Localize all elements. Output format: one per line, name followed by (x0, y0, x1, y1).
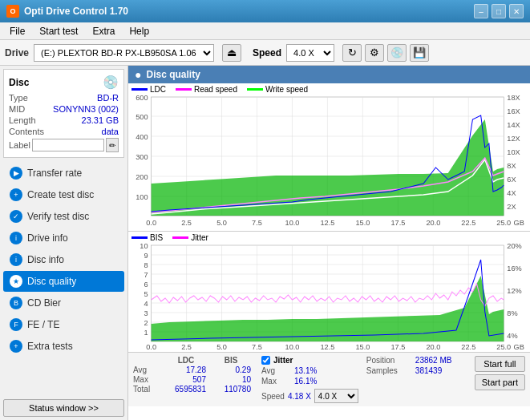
svg-text:12.5: 12.5 (321, 219, 335, 226)
ldc-header: LDC (166, 356, 206, 365)
svg-text:600: 600 (136, 95, 148, 102)
disc-length-row: Length 23.31 GB (9, 115, 119, 125)
ldc-legend: LDC (131, 85, 166, 94)
menu-bar: File Start test Extra Help (0, 22, 530, 40)
nav-cd-bier[interactable]: B CD Bier (3, 293, 124, 313)
speed-row-select[interactable]: 4.0 X (314, 389, 358, 403)
nav-items: ▶ Transfer rate + Create test disc ✓ Ver… (0, 161, 127, 358)
svg-text:0.0: 0.0 (146, 219, 156, 226)
ldc-col-header (133, 356, 161, 365)
svg-text:16%: 16% (507, 265, 521, 273)
nav-create-test-disc-label: Create test disc (27, 189, 94, 200)
disc-label-input[interactable] (32, 139, 104, 151)
start-full-button[interactable]: Start full (475, 356, 525, 372)
svg-text:500: 500 (136, 113, 148, 121)
jitter-avg-row: Avg 13.1% (261, 366, 358, 375)
position-val: 23862 MB (415, 356, 452, 365)
disc-label-edit-button[interactable]: ✏ (106, 138, 119, 152)
settings-button[interactable]: ⚙ (365, 44, 384, 62)
eject-button[interactable]: ⏏ (222, 44, 241, 62)
svg-text:200: 200 (136, 173, 148, 181)
svg-text:5.0: 5.0 (216, 343, 227, 350)
disc-mid-label: MID (9, 104, 25, 114)
svg-text:16X: 16X (507, 107, 520, 115)
fe-te-icon: F (10, 318, 22, 331)
close-button[interactable]: ✕ (509, 4, 524, 18)
jitter-max-val: 16.1% (294, 377, 317, 386)
refresh-button[interactable]: ↻ (342, 44, 362, 62)
disc-info-icon: i (10, 253, 22, 266)
title-bar: O Opti Drive Control 1.70 – □ ✕ (0, 0, 530, 22)
jitter-avg-label: Avg (261, 366, 289, 375)
svg-text:14X: 14X (507, 121, 520, 129)
samples-label: Samples (366, 366, 411, 375)
svg-text:300: 300 (136, 153, 148, 161)
main-content: ● Disc quality LDC Read speed (128, 66, 530, 420)
drive-select[interactable]: (E:) PLEXTOR BD-R PX-LB950SA 1.06 (34, 44, 214, 62)
title-bar-controls: – □ ✕ (474, 4, 524, 18)
position-stats: Position 23862 MB Samples 381439 (366, 356, 455, 375)
svg-text:10: 10 (140, 244, 148, 250)
svg-text:22.5: 22.5 (461, 343, 475, 350)
nav-cd-bier-label: CD Bier (27, 297, 61, 309)
svg-text:8: 8 (144, 261, 148, 269)
nav-drive-info[interactable]: i Drive info (3, 228, 124, 248)
minimize-button[interactable]: – (474, 4, 488, 18)
stats-bar: LDC BIS Avg 17.28 0.29 Max 507 10 Tota (128, 352, 530, 406)
maximize-button[interactable]: □ (492, 4, 506, 18)
position-row: Position 23862 MB (366, 356, 455, 365)
disc-mid-value: SONYNN3 (002) (53, 104, 119, 114)
bis-header: BIS (211, 356, 251, 365)
nav-fe-te[interactable]: F FE / TE (3, 314, 124, 335)
drive-label: Drive (5, 47, 29, 59)
svg-text:25.0: 25.0 (496, 219, 511, 226)
nav-disc-info[interactable]: i Disc info (3, 249, 124, 270)
bottom-chart-container: BIS Jitter (128, 232, 530, 352)
nav-verify-test-disc[interactable]: ✓ Verify test disc (3, 206, 124, 227)
svg-text:20.0: 20.0 (426, 219, 440, 226)
disc-contents-value: data (102, 127, 119, 136)
ldc-label: LDC (150, 85, 166, 94)
svg-text:2.5: 2.5 (181, 219, 192, 226)
drive-info-icon: i (10, 232, 22, 244)
nav-disc-quality[interactable]: ★ Disc quality (3, 271, 124, 292)
jitter-checkbox[interactable] (261, 356, 270, 365)
menu-help[interactable]: Help (123, 24, 156, 38)
ldc-total: 6595831 (166, 385, 206, 394)
jitter-label: Jitter (191, 233, 208, 242)
menu-extra[interactable]: Extra (86, 24, 121, 38)
bottom-chart-legend: BIS Jitter (128, 232, 530, 244)
speed-row: Speed 4.18 X 4.0 X (261, 389, 358, 403)
menu-file[interactable]: File (3, 24, 31, 38)
stats-header: LDC BIS (133, 356, 253, 365)
nav-extra-tests[interactable]: + Extra tests (3, 336, 124, 357)
nav-verify-test-disc-label: Verify test disc (27, 211, 89, 222)
svg-text:4: 4 (144, 300, 148, 308)
bis-color (131, 236, 148, 239)
nav-fe-te-label: FE / TE (27, 319, 59, 330)
read-speed-label: Read speed (194, 85, 237, 94)
nav-create-test-disc[interactable]: + Create test disc (3, 184, 124, 205)
speed-select[interactable]: 4.0 X (286, 44, 334, 62)
disc-button[interactable]: 💿 (387, 44, 407, 62)
svg-text:400: 400 (136, 133, 148, 141)
total-row: Total 6595831 110780 (133, 385, 253, 394)
jitter-avg-val: 13.1% (294, 366, 317, 375)
save-button[interactable]: 💾 (410, 44, 429, 62)
bis-avg: 0.29 (211, 365, 251, 374)
disc-type-value: BD-R (97, 93, 119, 103)
nav-drive-info-label: Drive info (27, 232, 68, 244)
bis-max: 10 (211, 375, 251, 384)
disc-length-value: 23.31 GB (82, 115, 119, 125)
write-speed-legend: Write speed (247, 85, 308, 94)
status-window-button[interactable]: Status window >> (3, 399, 124, 417)
svg-text:12.5: 12.5 (321, 343, 335, 350)
ldc-avg: 17.28 (166, 365, 206, 374)
nav-transfer-rate[interactable]: ▶ Transfer rate (3, 163, 124, 184)
menu-start-test[interactable]: Start test (33, 24, 84, 38)
svg-text:GB: GB (514, 219, 524, 226)
ldc-bis-stats: LDC BIS Avg 17.28 0.29 Max 507 10 Tota (133, 356, 253, 394)
start-part-button[interactable]: Start part (475, 374, 525, 390)
disc-icon: 💿 (103, 75, 119, 90)
disc-quality-title: Disc quality (146, 69, 200, 80)
